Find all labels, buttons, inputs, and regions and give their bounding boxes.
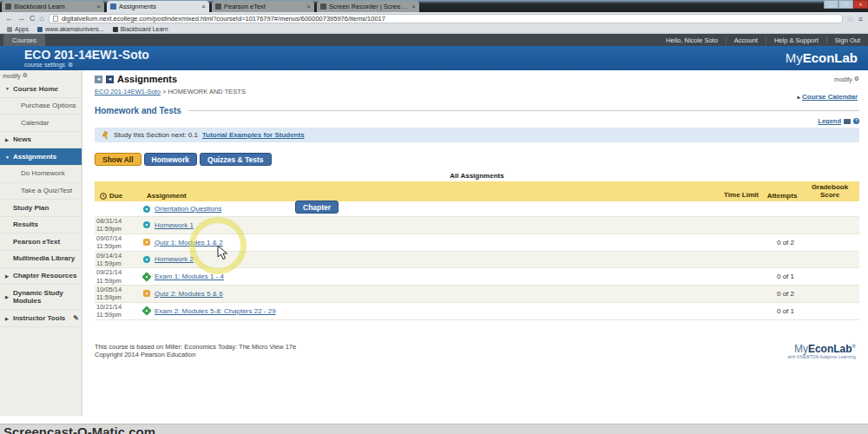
tutorial-examples-link[interactable]: Tutorial Examples for Students bbox=[202, 131, 305, 139]
assignment-link[interactable]: Quiz 1: Modules 1 & 2 bbox=[155, 239, 223, 247]
browser-tab[interactable]: Assignments × bbox=[107, 1, 209, 12]
greeting-text: Hello, Nicole Soto bbox=[658, 36, 726, 44]
course-calendar-link[interactable]: ▸ Course Calendar bbox=[798, 93, 858, 101]
assignment-type-icon bbox=[143, 221, 150, 228]
course-settings-link[interactable]: course settings ⚙ bbox=[24, 62, 149, 69]
sidebar-item[interactable]: ▶ Instructor Tools ✎ bbox=[0, 310, 82, 327]
chevron-icon: ▼ bbox=[5, 86, 10, 91]
breadcrumb-course-link[interactable]: ECO 201-14EW1-Soto bbox=[95, 88, 161, 95]
sidebar-item-label: Results bbox=[13, 220, 38, 229]
breadcrumb-current: HOMEWORK AND TESTS bbox=[168, 88, 245, 95]
bookmark-star-icon[interactable]: ☆ bbox=[847, 15, 854, 23]
assignment-link[interactable]: Homework 2 bbox=[155, 255, 194, 263]
browser-menu-icon[interactable]: ≡ bbox=[858, 15, 863, 23]
breadcrumb: ECO 201-14EW1-Soto > HOMEWORK AND TESTS bbox=[95, 88, 859, 95]
legend-link[interactable]: Legend bbox=[818, 117, 841, 125]
assignments-table: Due Assignment Time Limit Attempts Grade… bbox=[95, 181, 859, 320]
due-date: 10/21/14 11:59pm bbox=[95, 303, 140, 319]
copyright-text: Copyright 2014 Pearson Education bbox=[95, 351, 296, 359]
collapse-menu-icon[interactable]: ◄ bbox=[95, 76, 102, 83]
triangle-icon: ▸ bbox=[798, 95, 800, 100]
sidebar-item[interactable]: Multimedia Library bbox=[0, 251, 82, 268]
col-time-limit: Time Limit bbox=[722, 192, 760, 200]
sidebar-item[interactable]: Do Homework bbox=[0, 166, 82, 183]
sidebar-item[interactable]: Take a Quiz/Test bbox=[0, 183, 82, 201]
chevron-icon: ▶ bbox=[5, 137, 10, 142]
sidebar-item[interactable]: ▶ Dynamic Study Modules bbox=[0, 285, 82, 310]
blackboard-icon bbox=[113, 27, 118, 32]
filter-button[interactable]: Quizzes & Tests bbox=[200, 153, 272, 166]
due-date bbox=[95, 205, 140, 213]
pushpin-icon bbox=[102, 131, 109, 140]
chevron-icon: ▶ bbox=[5, 273, 10, 279]
assignment-link[interactable]: Exam 1: Modules 1 - 4 bbox=[155, 273, 224, 280]
page-icon bbox=[53, 16, 58, 22]
content-modify-link[interactable]: modify ⚙ bbox=[834, 76, 859, 82]
home-icon[interactable]: ⌂ bbox=[40, 15, 44, 23]
bookmarks-bar: Apps www.akamaiunivers... Blackboard Lea… bbox=[0, 25, 868, 34]
sidebar-item[interactable]: Pearson eText bbox=[0, 233, 82, 251]
minimize-button[interactable]: _ bbox=[824, 0, 838, 9]
bookmark-blackboard[interactable]: Blackboard Learn bbox=[113, 26, 168, 32]
sidebar-modify-link[interactable]: modify ⚙ bbox=[0, 70, 82, 81]
browser-tab[interactable]: Screen Recorder | Screen... × bbox=[317, 1, 419, 12]
courses-tab[interactable]: Courses bbox=[3, 34, 45, 46]
sidebar-item-label: Study Plan bbox=[13, 204, 49, 213]
chapter-button[interactable]: Chapter bbox=[295, 201, 339, 214]
hide-panel-icon[interactable]: ◄ bbox=[106, 76, 114, 83]
account-link[interactable]: Account bbox=[726, 36, 766, 44]
assignment-row: 10/21/14 11:59pm Exam 2: Modules 5-8: Ch… bbox=[95, 303, 859, 320]
tab-close-icon[interactable]: × bbox=[306, 3, 311, 10]
url-input[interactable]: digitalvellum.next.ecollege.com/postinde… bbox=[49, 14, 843, 23]
filter-button[interactable]: Homework bbox=[144, 153, 197, 166]
forward-icon[interactable]: → bbox=[17, 15, 25, 23]
top-nav-bar: Courses Hello, Nicole Soto Account Help … bbox=[0, 34, 868, 46]
gear-icon: ⚙ bbox=[68, 62, 73, 69]
url-text: digitalvellum.next.ecollege.com/postinde… bbox=[62, 15, 385, 23]
filter-button[interactable]: Show All bbox=[95, 153, 141, 166]
browser-tab[interactable]: Pearson eText × bbox=[212, 1, 314, 12]
attempts-value: 0 of 1 bbox=[764, 307, 807, 315]
clock-icon bbox=[100, 193, 107, 200]
course-banner: ECO 201-14EW1-Soto course settings ⚙ MyE… bbox=[0, 46, 868, 70]
maximize-button[interactable]: □ bbox=[838, 0, 853, 9]
help-icon[interactable]: ? bbox=[853, 118, 859, 124]
due-date: 08/31/14 11:59pm bbox=[95, 217, 140, 233]
sidebar-item[interactable]: ▶ Chapter Resources bbox=[0, 268, 82, 286]
sidebar-item-label: Do Homework bbox=[21, 169, 65, 178]
bookmark-apps[interactable]: Apps bbox=[7, 26, 29, 32]
sidebar-item[interactable]: ▼ Assignments bbox=[0, 148, 82, 166]
app-body: modify ⚙ ▼ Course Home Purchase Options bbox=[0, 70, 868, 416]
assignment-row: 10/05/14 11:59pm Quiz 2: Modules 5 & 6 0… bbox=[95, 286, 859, 303]
assignment-link[interactable]: Orientation Questions bbox=[155, 205, 221, 213]
course-based-on-text: This course is based on Miller: Economic… bbox=[95, 343, 296, 352]
bookmark-akamai[interactable]: www.akamaiunivers... bbox=[37, 26, 104, 32]
back-icon[interactable]: ← bbox=[5, 15, 13, 23]
sign-out-link[interactable]: Sign Out bbox=[826, 36, 868, 44]
assignment-link[interactable]: Homework 1 bbox=[155, 221, 194, 229]
help-support-link[interactable]: Help & Support bbox=[766, 36, 826, 44]
reload-icon[interactable]: C bbox=[30, 15, 36, 23]
assignment-link[interactable]: Exam 2: Modules 5-8: Chapters 22 - 29 bbox=[155, 307, 276, 315]
sidebar-item[interactable]: Calendar bbox=[0, 115, 82, 132]
sidebar-item[interactable]: Results bbox=[0, 217, 82, 234]
tab-label: Pearson eText bbox=[224, 3, 304, 10]
tab-close-icon[interactable]: × bbox=[411, 3, 416, 10]
sidebar-item[interactable]: ▶ News bbox=[0, 132, 82, 149]
sidebar-item-label: News bbox=[13, 135, 31, 144]
tab-close-icon[interactable]: × bbox=[201, 3, 206, 10]
sidebar-item[interactable]: Study Plan bbox=[0, 200, 82, 217]
gear-icon: ⚙ bbox=[854, 76, 859, 82]
assignment-link[interactable]: Quiz 2: Modules 5 & 6 bbox=[155, 290, 223, 298]
study-next-banner: Study this Section next: 0.1 Tutorial Ex… bbox=[95, 128, 859, 142]
tab-close-icon[interactable]: × bbox=[96, 3, 101, 10]
tab-label: Blackboard Learn bbox=[14, 3, 94, 10]
close-button[interactable]: × bbox=[853, 0, 868, 9]
assignment-row: 09/14/14 11:59pm Homework 2 bbox=[95, 252, 859, 269]
col-attempts: Attempts bbox=[760, 192, 804, 200]
sidebar-item[interactable]: ▼ Course Home bbox=[0, 81, 82, 98]
browser-tab[interactable]: Blackboard Learn × bbox=[2, 1, 104, 12]
print-icon[interactable] bbox=[844, 119, 851, 124]
attempts-value: 0 of 1 bbox=[764, 273, 807, 280]
sidebar-item[interactable]: Purchase Options bbox=[0, 98, 82, 115]
